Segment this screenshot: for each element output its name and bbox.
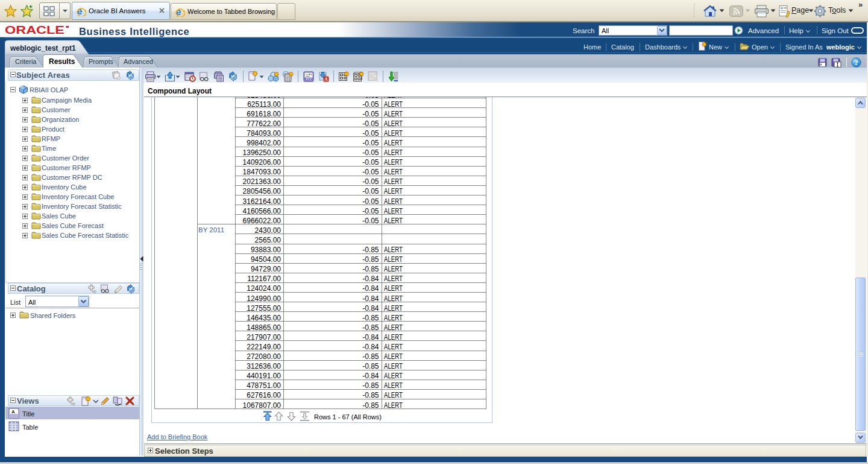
svg-text:XYZ: XYZ (306, 77, 312, 81)
svg-text:?: ? (855, 59, 858, 66)
svg-text:A: A (11, 409, 15, 415)
svg-text:A: A (324, 76, 328, 82)
svg-text:ORACLE: ORACLE (5, 24, 64, 35)
